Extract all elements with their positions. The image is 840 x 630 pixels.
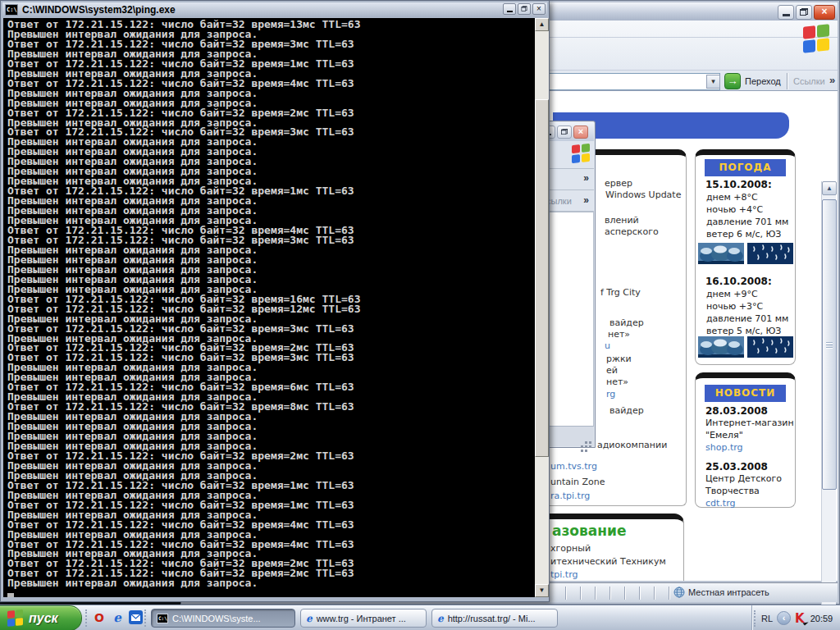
tray-grip bbox=[754, 610, 756, 627]
chevron-more-icon[interactable]: » bbox=[583, 172, 589, 184]
console-close-button[interactable]: × bbox=[532, 3, 546, 15]
internet-explorer-icon: e bbox=[306, 611, 313, 626]
restore-icon bbox=[800, 8, 808, 16]
page-link-fragment[interactable]: u bbox=[605, 340, 610, 351]
scroll-up-button[interactable]: ▲ bbox=[822, 181, 837, 195]
news-link[interactable]: shop.trg bbox=[705, 442, 743, 453]
toolbar-divider bbox=[787, 73, 788, 89]
news-date: 25.03.2008 bbox=[705, 461, 768, 472]
page-text-fragment: влений bbox=[605, 215, 639, 226]
chevron-more-icon[interactable]: » bbox=[829, 74, 835, 86]
start-button-label: пуск bbox=[29, 611, 58, 626]
taskbar-button-intranet[interactable]: e www.trg - Интранет ... bbox=[300, 609, 427, 628]
weather-date: 15.10.2008: bbox=[705, 179, 772, 190]
cloudy-weather-icon bbox=[698, 336, 744, 358]
page-link-fragment[interactable]: rg bbox=[606, 389, 615, 399]
page-text-fragment: f Trg City bbox=[600, 287, 641, 298]
browser-restore-button[interactable] bbox=[796, 5, 812, 20]
console-title-bar: C:\ C:\WINDOWS\system32\ping.exe bbox=[2, 2, 547, 17]
cloudy-weather-icon bbox=[698, 243, 744, 264]
security-zone: Местная интрасеть bbox=[673, 587, 769, 598]
restore-icon bbox=[561, 129, 568, 135]
chevron-down-icon: ▾ bbox=[711, 77, 715, 85]
resize-grip-icon[interactable] bbox=[582, 434, 591, 444]
weather-card: ПОГОДА 15.10.2008: днем +8°C ночью +4°C … bbox=[695, 149, 796, 365]
secondary-close-button[interactable]: × bbox=[573, 126, 588, 139]
weather-line: давление 701 мм bbox=[706, 313, 788, 324]
globe-icon bbox=[673, 587, 685, 598]
opera-glyph: O bbox=[94, 611, 104, 624]
page-link-fragment[interactable]: tpi.trg bbox=[550, 569, 578, 580]
status-bar-cells bbox=[552, 587, 672, 600]
scrollbar-thumb[interactable] bbox=[822, 199, 837, 490]
page-link-fragment[interactable]: ra.tpi.trg bbox=[550, 491, 590, 501]
console-cursor bbox=[7, 593, 14, 597]
weather-date: 16.10.2008: bbox=[705, 276, 772, 287]
console-line-timeout: Превышен интервал ожидания для запроса. bbox=[7, 578, 360, 588]
restore-icon bbox=[522, 6, 527, 11]
weather-icons bbox=[698, 336, 795, 358]
outlook-express-icon[interactable] bbox=[128, 610, 143, 625]
ie-glyph: e bbox=[113, 610, 121, 625]
page-text-fragment: нет» bbox=[608, 329, 630, 340]
scrollbar-thumb[interactable] bbox=[535, 99, 549, 457]
scroll-up-button[interactable]: ▲ bbox=[535, 18, 549, 31]
windows-flag-throbber-icon bbox=[572, 144, 590, 163]
chevron-left-icon: ‹ bbox=[783, 613, 786, 623]
arrow-down-icon: ▼ bbox=[539, 587, 546, 594]
news-line: "Емеля" bbox=[705, 430, 743, 441]
system-tray: RL ‹ K 20:59 bbox=[751, 605, 840, 630]
page-text-fragment: вайдер bbox=[609, 317, 644, 328]
rain-weather-icon bbox=[747, 243, 793, 264]
page-text-fragment: адиокомпании bbox=[597, 440, 667, 450]
taskbar-button-label: www.trg - Интранет ... bbox=[317, 614, 406, 623]
address-dropdown-button[interactable]: ▾ bbox=[706, 75, 720, 89]
weather-line: давление 701 мм bbox=[706, 217, 788, 227]
internet-explorer-icon[interactable]: e bbox=[110, 610, 125, 625]
envelope-icon bbox=[129, 610, 143, 624]
page-text-fragment: ервер bbox=[605, 178, 632, 189]
kaspersky-icon[interactable]: K bbox=[795, 611, 805, 626]
page-text-fragment: вайдер bbox=[609, 405, 644, 416]
arrow-up-icon: ▲ bbox=[826, 185, 833, 192]
news-header: НОВОСТИ bbox=[705, 385, 786, 402]
browser-close-button[interactable]: × bbox=[814, 5, 835, 20]
console-window-icon: C:\ bbox=[5, 4, 18, 16]
console-restore-button[interactable] bbox=[518, 3, 531, 15]
secondary-restore-button[interactable] bbox=[557, 126, 572, 139]
hide-icons-button[interactable]: ‹ bbox=[777, 611, 791, 625]
news-line: Творчества bbox=[705, 486, 760, 496]
taskbar-grip[interactable] bbox=[144, 609, 147, 627]
chevron-more-icon[interactable]: » bbox=[583, 194, 589, 206]
console-scrollbar[interactable]: ▲ ▼ bbox=[535, 18, 549, 597]
browser-minimize-button[interactable] bbox=[778, 5, 794, 20]
taskbar: пуск O e C:\ C:\WINDOWS\syste... e www.t… bbox=[0, 605, 840, 630]
go-button[interactable]: → Переход bbox=[724, 73, 783, 90]
links-toolbar-label[interactable]: сылки bbox=[546, 196, 572, 206]
console-window-icon: C:\ bbox=[157, 614, 168, 623]
go-arrow-icon: → bbox=[724, 73, 741, 89]
weather-icons bbox=[698, 243, 795, 264]
page-link-fragment[interactable]: um.tvs.trg bbox=[550, 461, 597, 472]
page-text-fragment: untain Zone bbox=[550, 477, 605, 487]
console-window: C:\ C:\WINDOWS\system32\ping.exe × Ответ… bbox=[0, 0, 550, 602]
rain-weather-icon bbox=[747, 336, 793, 358]
news-link[interactable]: cdt.trg bbox=[705, 498, 735, 509]
scroll-down-button[interactable]: ▼ bbox=[535, 584, 549, 597]
browser-scrollbar[interactable]: ▲ ▼ bbox=[821, 181, 836, 630]
start-button[interactable]: пуск bbox=[0, 605, 82, 630]
weather-line: днем +9°C bbox=[706, 289, 758, 299]
security-zone-label: Местная интрасеть bbox=[688, 587, 769, 597]
weather-line: ночью +3°C bbox=[706, 301, 763, 312]
taskbar-button-russat[interactable]: e http://russat.trg/ - Mi... bbox=[431, 609, 558, 628]
quick-launch-grip[interactable] bbox=[85, 609, 88, 627]
weather-line: ветер 6 м/с, ЮЗ bbox=[706, 229, 781, 240]
taskbar-button-console[interactable]: C:\ C:\WINDOWS\syste... bbox=[151, 609, 295, 628]
opera-icon[interactable]: O bbox=[92, 610, 107, 625]
desktop: × ▾ → Переход Ссылки » bbox=[0, 0, 840, 630]
page-text-fragment: итехнический Техникум bbox=[550, 556, 666, 567]
language-indicator[interactable]: RL bbox=[761, 614, 773, 623]
links-toolbar-label[interactable]: Ссылки bbox=[793, 76, 825, 86]
page-text-fragment: азование bbox=[552, 523, 626, 539]
console-minimize-button[interactable] bbox=[503, 3, 516, 15]
